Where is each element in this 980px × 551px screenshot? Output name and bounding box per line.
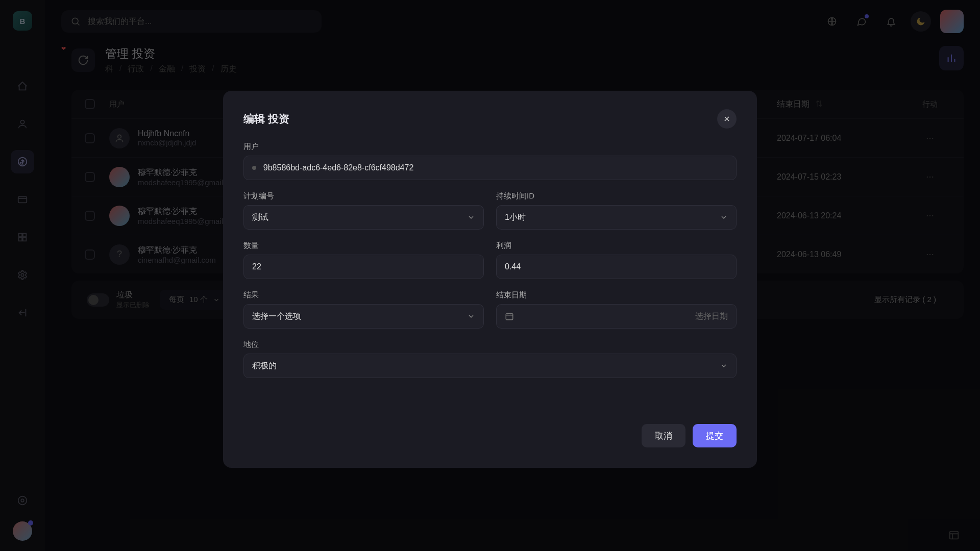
duration-select[interactable]: 1小时	[496, 205, 737, 230]
svg-rect-14	[506, 314, 513, 320]
label-plan: 计划编号	[243, 191, 484, 201]
chevron-down-icon	[720, 213, 728, 221]
close-button[interactable]	[717, 109, 737, 129]
profit-input[interactable]	[505, 262, 728, 271]
cancel-button[interactable]: 取消	[642, 424, 685, 447]
amount-input[interactable]	[252, 262, 475, 271]
chevron-down-icon	[720, 362, 728, 370]
chevron-down-icon	[467, 213, 475, 221]
user-input[interactable]	[243, 156, 737, 180]
calendar-icon	[505, 312, 514, 321]
profit-input-wrap	[496, 255, 737, 279]
user-field[interactable]	[263, 163, 728, 172]
label-user: 用户	[243, 142, 737, 152]
status-dot-icon	[252, 166, 256, 170]
label-result: 结果	[243, 290, 484, 300]
status-select[interactable]: 积极的	[243, 354, 737, 378]
end-date-input[interactable]: 选择日期	[496, 304, 737, 329]
plan-select[interactable]: 测试	[243, 205, 484, 230]
label-end-date: 结束日期	[496, 290, 737, 300]
modal-title: 编辑 投资	[243, 112, 289, 126]
result-select[interactable]: 选择一个选项	[243, 304, 484, 329]
chevron-down-icon	[467, 312, 475, 320]
amount-input-wrap	[243, 255, 484, 279]
label-profit: 利润	[496, 241, 737, 251]
submit-button[interactable]: 提交	[693, 424, 737, 447]
label-duration: 持续时间ID	[496, 191, 737, 201]
label-status: 地位	[243, 340, 737, 349]
label-amount: 数量	[243, 241, 484, 251]
date-placeholder: 选择日期	[695, 311, 728, 322]
edit-investment-modal: 编辑 投资 用户 计划编号 测试 持续时间ID 1小时	[223, 91, 757, 468]
